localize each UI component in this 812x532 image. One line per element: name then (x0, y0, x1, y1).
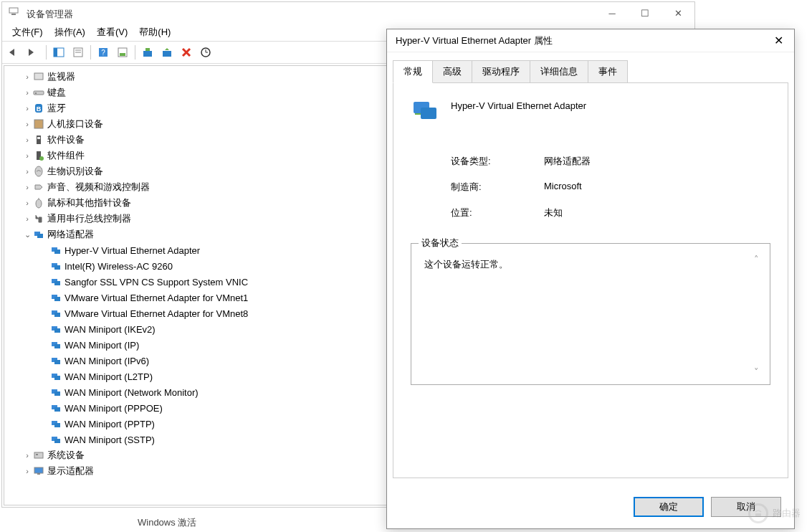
menu-help[interactable]: 帮助(H) (133, 24, 176, 40)
tree-item-label: WAN Miniport (L2TP) (62, 371, 153, 382)
category-icon (33, 197, 44, 209)
svg-rect-51 (54, 407, 60, 412)
tab-general[interactable]: 常规 (393, 60, 433, 83)
expand-icon[interactable]: › (22, 136, 33, 144)
svg-rect-57 (36, 454, 38, 455)
svg-rect-49 (54, 391, 60, 396)
svg-text:B: B (37, 105, 42, 113)
router-watermark-icon (748, 503, 768, 523)
network-adapter-icon (50, 418, 62, 429)
maximize-button[interactable]: ☐ (629, 2, 661, 24)
ok-button[interactable]: 确定 (634, 497, 704, 517)
close-button[interactable]: ✕ (661, 2, 694, 24)
tree-item-label: 生物识别设备 (44, 165, 103, 178)
tree-item-label: WAN Miniport (PPPOE) (62, 403, 163, 414)
tab-driver[interactable]: 驱动程序 (472, 60, 530, 83)
props-tabs: 常规 高级 驱动程序 详细信息 事件 (387, 52, 794, 82)
svg-rect-47 (54, 376, 60, 380)
svg-rect-61 (421, 108, 436, 119)
tree-item-label: Hyper-V Virtual Ethernet Adapter (62, 245, 200, 256)
scan-hardware-button[interactable] (196, 43, 215, 62)
expand-icon[interactable]: › (22, 72, 33, 81)
network-adapter-icon (50, 260, 62, 272)
scroll-down-icon[interactable]: ˅ (754, 366, 763, 377)
expand-icon[interactable]: › (22, 183, 33, 191)
svg-rect-55 (54, 439, 60, 443)
svg-rect-35 (54, 281, 60, 285)
network-adapter-large-icon (411, 98, 439, 126)
back-button[interactable] (5, 43, 24, 62)
collapse-icon[interactable]: ⌄ (22, 230, 33, 239)
expand-icon[interactable]: › (22, 120, 33, 128)
props-close-button[interactable]: ✕ (763, 29, 794, 52)
svg-rect-11 (143, 51, 152, 57)
category-icon (33, 71, 44, 82)
action-button[interactable] (113, 43, 132, 62)
expand-icon[interactable]: › (22, 451, 33, 460)
network-adapter-icon (50, 386, 62, 398)
status-scrollbar[interactable]: ˄ ˅ (754, 254, 763, 377)
device-status-box[interactable]: 这个设备运转正常。 ˄ ˅ (417, 252, 764, 379)
update-driver-button[interactable] (138, 43, 157, 62)
network-adapter-icon (50, 244, 62, 256)
show-hide-console-tree-button[interactable] (49, 43, 68, 62)
svg-rect-17 (35, 92, 37, 94)
svg-point-24 (39, 156, 44, 161)
properties-button[interactable] (69, 43, 87, 62)
tree-item-label: WAN Miniport (PPTP) (62, 419, 155, 429)
category-icon: B (33, 103, 44, 114)
dm-titlebar[interactable]: 设备管理器 ─ ☐ ✕ (2, 2, 694, 24)
network-adapter-icon (50, 371, 62, 382)
svg-rect-15 (34, 73, 43, 80)
tree-item-label: Sangfor SSL VPN CS Support System VNIC (62, 277, 248, 288)
device-manager-icon (8, 9, 22, 19)
tree-item-label: WAN Miniport (IP) (62, 340, 139, 351)
enable-device-button[interactable] (158, 43, 176, 62)
svg-rect-29 (37, 234, 43, 238)
tree-item-label: WAN Miniport (IKEv2) (62, 324, 156, 335)
svg-rect-43 (54, 344, 60, 348)
properties-dialog: Hyper-V Virtual Ethernet Adapter 属性 ✕ 常规… (386, 29, 795, 529)
expand-icon[interactable]: › (22, 151, 33, 160)
svg-rect-45 (54, 360, 60, 364)
status-group-label: 设备状态 (419, 237, 462, 250)
props-titlebar[interactable]: Hyper-V Virtual Ethernet Adapter 属性 ✕ (387, 29, 794, 52)
tab-events[interactable]: 事件 (588, 60, 628, 83)
scroll-up-icon[interactable]: ˄ (754, 254, 763, 265)
menu-action[interactable]: 操作(A) (49, 24, 91, 40)
tab-details[interactable]: 详细信息 (530, 60, 588, 83)
expand-icon[interactable]: › (22, 467, 33, 475)
uninstall-device-button[interactable] (177, 43, 196, 62)
network-adapter-icon (50, 339, 62, 351)
svg-rect-20 (34, 120, 43, 128)
forward-button[interactable] (24, 43, 43, 62)
svg-rect-31 (54, 250, 60, 254)
svg-rect-56 (34, 452, 43, 458)
expand-icon[interactable]: › (22, 104, 33, 113)
tree-item-label: 系统设备 (44, 449, 85, 462)
network-adapter-icon (50, 292, 62, 303)
minimize-button[interactable]: ─ (596, 2, 629, 24)
device-type-value: 网络适配器 (544, 155, 591, 168)
expand-icon[interactable]: › (22, 199, 33, 207)
tree-item-label: 软件组件 (44, 149, 85, 162)
svg-rect-41 (54, 328, 60, 333)
manufacturer-value: Microsoft (544, 181, 582, 194)
help-button[interactable]: ? (94, 43, 113, 62)
windows-activation-text: Windows 激活 (138, 516, 196, 529)
location-value: 未知 (544, 206, 563, 219)
svg-rect-58 (34, 467, 43, 473)
menu-view[interactable]: 查看(V) (91, 24, 133, 40)
tree-item-label: 软件设备 (44, 133, 85, 146)
location-label: 位置: (451, 206, 544, 219)
tab-advanced[interactable]: 高级 (433, 60, 472, 83)
svg-rect-1 (11, 14, 16, 15)
expand-icon[interactable]: › (22, 88, 33, 97)
watermark-text: 路由器 (773, 507, 801, 520)
network-adapter-icon (50, 402, 62, 414)
expand-icon[interactable]: › (22, 167, 33, 176)
device-status-text: 这个设备运转正常。 (424, 259, 508, 270)
svg-text:?: ? (101, 49, 105, 57)
menu-file[interactable]: 文件(F) (6, 24, 49, 40)
expand-icon[interactable]: › (22, 214, 33, 223)
